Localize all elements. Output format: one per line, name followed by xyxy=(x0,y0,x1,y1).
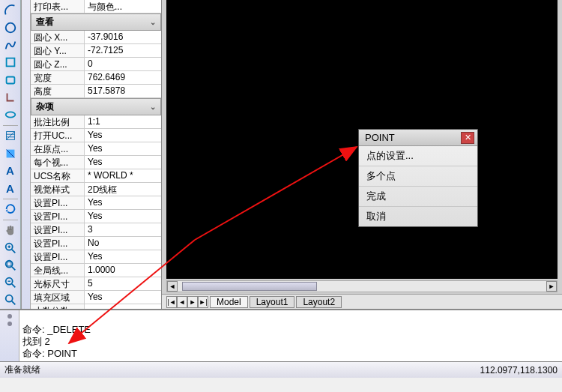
coordinates-readout: 112.0977,118.1300 xyxy=(480,365,558,376)
prop-value[interactable]: Yes xyxy=(85,291,161,304)
pan-tool-icon[interactable] xyxy=(2,223,19,238)
prop-value[interactable]: -37.9016 xyxy=(85,31,161,43)
tab-layout2[interactable]: Layout2 xyxy=(296,296,342,308)
prop-value[interactable]: 517.5878 xyxy=(85,85,161,97)
prop-row[interactable]: 设置PI...Yes xyxy=(31,196,161,210)
mtext-tool-icon[interactable]: A xyxy=(2,181,19,195)
popup-menu-item[interactable]: 取消 xyxy=(359,207,477,226)
section-misc-header[interactable]: 杂项 ⌄ xyxy=(31,98,161,115)
prop-row[interactable]: 圆心 Y...-72.7125 xyxy=(31,44,161,58)
prop-row[interactable]: 设置PI...3 xyxy=(31,223,161,237)
prop-row[interactable]: 设置PI...Yes xyxy=(31,250,161,264)
zoom-window-tool-icon[interactable] xyxy=(2,258,19,272)
prop-row[interactable]: 高度517.5878 xyxy=(31,85,161,98)
prop-row[interactable]: 打印表... 与颜色... xyxy=(31,0,161,13)
prop-value[interactable]: 1:1 xyxy=(85,115,161,128)
section-view-header[interactable]: 查看 ⌄ xyxy=(31,13,161,31)
tab-first-icon[interactable]: |◄ xyxy=(166,296,177,308)
tab-next-icon[interactable]: ► xyxy=(187,296,198,308)
text-tool-icon[interactable]: A xyxy=(2,163,19,178)
prop-value[interactable]: 5 xyxy=(85,277,161,290)
point-popup: POINT ✕ 点的设置...多个点完成取消 xyxy=(358,129,478,227)
rounded-rect-tool-icon[interactable] xyxy=(2,73,19,87)
zoom-extents-tool-icon[interactable] xyxy=(2,293,19,307)
tab-model[interactable]: Model xyxy=(210,296,248,308)
prop-value[interactable]: 2D线框 xyxy=(85,183,161,196)
prop-row[interactable]: 圆心 Z...0 xyxy=(31,58,161,71)
prop-value[interactable]: Yes xyxy=(85,142,161,155)
popup-menu-item[interactable]: 点的设置... xyxy=(359,146,477,166)
zoom-out-tool-icon[interactable] xyxy=(2,275,19,289)
prop-name: UCS名称 xyxy=(31,169,85,182)
prop-name: 批注比例 xyxy=(31,115,85,128)
tab-layout1[interactable]: Layout1 xyxy=(250,296,295,308)
prop-value[interactable]: * WORLD * xyxy=(85,169,161,182)
prop-row[interactable]: 光标尺寸5 xyxy=(31,277,161,291)
prop-name: 打开UC... xyxy=(31,129,85,142)
prop-value[interactable]: 1.0000 xyxy=(85,264,161,277)
prop-row[interactable]: 每个视...Yes xyxy=(31,156,161,169)
separator xyxy=(3,125,18,126)
close-icon[interactable]: ✕ xyxy=(461,132,474,144)
prop-row[interactable]: 设置PI...No xyxy=(31,237,161,250)
sync-tool-icon[interactable] xyxy=(2,202,19,217)
prop-name: 宽度 xyxy=(31,71,85,84)
prop-value[interactable]: 与颜色... xyxy=(85,0,161,13)
scrollbar-thumb[interactable] xyxy=(182,282,317,291)
prop-row[interactable]: 视觉样式2D线框 xyxy=(31,183,161,196)
prop-value[interactable]: Yes xyxy=(85,250,161,263)
horizontal-scrollbar[interactable]: ◄ ► xyxy=(166,280,558,292)
prop-value[interactable]: 762.6469 xyxy=(85,71,161,84)
prop-name: 设置PI... xyxy=(31,223,85,236)
command-area: 命令: _DELETE 找到 2 命令: POINT 设置(S)/多个点(M)/… xyxy=(0,309,562,361)
prop-row[interactable]: UCS名称* WORLD * xyxy=(31,169,161,183)
polygon-tool-icon[interactable] xyxy=(2,55,19,70)
prop-value[interactable] xyxy=(85,304,161,309)
prop-name: 打印表... xyxy=(31,0,85,13)
l-shape-tool-icon[interactable] xyxy=(2,90,19,104)
popup-title-text: POINT xyxy=(365,132,395,143)
prop-value[interactable]: Yes xyxy=(85,129,161,142)
prop-value[interactable]: Yes xyxy=(85,156,161,169)
prop-value[interactable]: Yes xyxy=(85,196,161,209)
prop-value[interactable]: 0 xyxy=(85,58,161,70)
prop-row[interactable]: 小数位数 xyxy=(31,304,161,309)
prop-row[interactable]: 设置PI...Yes xyxy=(31,210,161,223)
prop-value[interactable]: Yes xyxy=(85,210,161,223)
svg-rect-1 xyxy=(6,58,14,67)
prop-value[interactable]: 3 xyxy=(85,223,161,236)
popup-menu-item[interactable]: 多个点 xyxy=(359,166,477,187)
hatch-tool-icon[interactable] xyxy=(2,129,19,143)
prop-name: 设置PI... xyxy=(31,210,85,223)
prop-row[interactable]: 批注比例1:1 xyxy=(31,115,161,129)
scroll-left-arrow-icon[interactable]: ◄ xyxy=(167,281,178,292)
prop-row[interactable]: 填充区域Yes xyxy=(31,291,161,304)
prop-row[interactable]: 圆心 X...-37.9016 xyxy=(31,31,161,44)
prop-name: 设置PI... xyxy=(31,237,85,250)
curve-tool-icon[interactable] xyxy=(2,38,19,52)
ellipse-tool-icon[interactable] xyxy=(2,108,19,122)
prop-value[interactable]: -72.7125 xyxy=(85,44,161,57)
command-history[interactable]: 命令: _DELETE 找到 2 命令: POINT 设置(S)/多个点(M)/… xyxy=(19,310,562,361)
scroll-right-arrow-icon[interactable]: ► xyxy=(546,281,557,292)
arc-tool-icon[interactable] xyxy=(2,3,19,17)
popup-menu-item[interactable]: 完成 xyxy=(359,187,477,207)
tab-nav: |◄ ◄ ► ►| xyxy=(166,296,208,308)
left-toolbar: A A xyxy=(0,0,21,309)
prop-row[interactable]: 宽度762.6469 xyxy=(31,71,161,85)
section-title: 查看 xyxy=(36,16,54,28)
gradient-tool-icon[interactable] xyxy=(2,146,19,160)
prop-row[interactable]: 在原点...Yes xyxy=(31,142,161,156)
prop-row[interactable]: 打开UC...Yes xyxy=(31,129,161,142)
svg-point-10 xyxy=(5,295,12,302)
zoom-in-tool-icon[interactable] xyxy=(2,241,19,255)
circle-tool-icon[interactable] xyxy=(2,20,19,34)
prop-value[interactable]: No xyxy=(85,237,161,250)
command-drag-strip[interactable] xyxy=(0,310,19,361)
prop-name: 圆心 Z... xyxy=(31,58,85,70)
popup-titlebar[interactable]: POINT ✕ xyxy=(359,130,477,146)
prop-row[interactable]: 全局线...1.0000 xyxy=(31,264,161,277)
tab-prev-icon[interactable]: ◄ xyxy=(177,296,187,308)
properties-drag-strip[interactable] xyxy=(22,0,31,309)
tab-last-icon[interactable]: ►| xyxy=(198,296,208,308)
